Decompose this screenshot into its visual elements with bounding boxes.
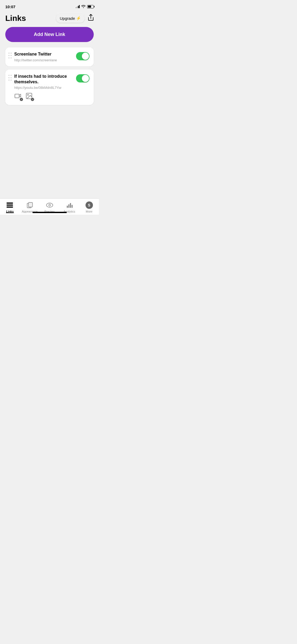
- add-new-link-button[interactable]: Add New Link: [5, 27, 94, 42]
- more-icon: S: [86, 201, 93, 209]
- active-tab-indicator: [6, 213, 14, 213]
- svg-point-2: [27, 95, 29, 96]
- lightning-icon: ⚡: [76, 16, 81, 21]
- upgrade-label: Upgrade: [60, 16, 75, 21]
- status-bar: 10:07: [0, 0, 99, 12]
- wifi-icon: [81, 5, 86, 9]
- preview-icon: [46, 201, 53, 209]
- svg-rect-11: [68, 204, 69, 208]
- more-avatar: S: [86, 201, 93, 209]
- svg-rect-4: [7, 205, 13, 206]
- svg-rect-5: [7, 206, 13, 208]
- link-content: Screenlane Twitter http://twitter.com/sc…: [14, 52, 73, 62]
- drag-handle[interactable]: [8, 74, 12, 81]
- svg-rect-7: [29, 203, 32, 207]
- svg-rect-0: [15, 94, 19, 98]
- appearance-icon: [26, 201, 34, 209]
- nav-item-appearance[interactable]: Appearance: [20, 201, 40, 213]
- svg-point-8: [46, 203, 53, 207]
- nav-item-preview[interactable]: Preview: [40, 201, 59, 213]
- nav-item-more[interactable]: S More: [79, 201, 99, 213]
- analytics-icon: [66, 201, 73, 209]
- share-button[interactable]: [88, 14, 94, 22]
- share-icon: [88, 14, 94, 21]
- link-url: https://youtu.be/08kMdn8L7Yw: [14, 86, 73, 90]
- link-card: Screenlane Twitter http://twitter.com/sc…: [5, 47, 94, 66]
- battery-icon: [87, 5, 94, 8]
- drag-handle[interactable]: [8, 52, 12, 58]
- link-url: http://twitter.com/screenlane: [14, 58, 73, 62]
- upgrade-button[interactable]: Upgrade ⚡: [56, 14, 85, 23]
- home-indicator: [32, 212, 67, 213]
- header: Links Upgrade ⚡: [0, 12, 99, 27]
- link-content: If insects had to introduce themselves. …: [14, 74, 73, 101]
- status-time: 10:07: [5, 4, 15, 9]
- signal-bars-icon: [76, 5, 80, 8]
- nav-item-analytics[interactable]: Analytics: [59, 201, 79, 213]
- nav-item-links[interactable]: Links: [0, 201, 20, 213]
- links-container: Screenlane Twitter http://twitter.com/sc…: [0, 47, 99, 105]
- link-toggle[interactable]: [76, 52, 89, 60]
- page-title: Links: [5, 14, 26, 23]
- link-title: If insects had to introduce themselves.: [14, 74, 73, 85]
- add-link-label: Add New Link: [34, 32, 65, 37]
- link-title: Screenlane Twitter: [14, 52, 73, 57]
- svg-rect-13: [72, 205, 73, 208]
- link-card: If insects had to introduce themselves. …: [5, 70, 94, 105]
- svg-rect-12: [70, 203, 71, 208]
- svg-rect-10: [67, 206, 68, 208]
- nav-label-more: More: [86, 210, 92, 213]
- link-icons-row: [14, 92, 73, 101]
- video-icon-badge: [14, 92, 23, 101]
- link-toggle[interactable]: [76, 74, 89, 82]
- header-actions: Upgrade ⚡: [56, 14, 94, 23]
- links-icon: [6, 201, 13, 209]
- svg-point-9: [49, 204, 50, 206]
- image-icon-badge: [25, 92, 34, 101]
- status-icons: [76, 5, 94, 9]
- check-badge: [20, 98, 23, 101]
- svg-rect-3: [7, 203, 13, 204]
- check-badge: [31, 98, 34, 101]
